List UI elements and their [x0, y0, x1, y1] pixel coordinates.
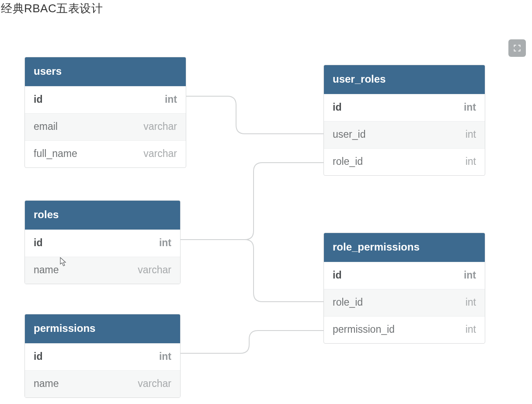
table-row: name varchar — [25, 370, 180, 397]
table-header: role_permissions — [324, 233, 485, 262]
table-role-permissions[interactable]: role_permissions id int role_id int perm… — [323, 233, 485, 344]
table-row: id int — [25, 86, 186, 113]
page-title: 经典RBAC五表设计 — [1, 1, 103, 16]
table-row: permission_id int — [324, 316, 485, 343]
column-name: role_id — [333, 156, 363, 167]
column-type: int — [466, 296, 476, 308]
column-type: varchar — [143, 148, 177, 160]
fullscreen-button[interactable] — [508, 39, 526, 57]
column-name: id — [333, 101, 341, 113]
table-row: role_id int — [324, 289, 485, 316]
column-type: int — [165, 94, 177, 105]
table-row: id int — [25, 230, 180, 257]
column-name: permission_id — [333, 324, 395, 335]
table-header: permissions — [25, 314, 180, 343]
table-row: user_id int — [324, 121, 485, 148]
table-user-roles[interactable]: user_roles id int user_id int role_id in… — [323, 65, 485, 176]
column-type: int — [464, 269, 476, 281]
column-name: full_name — [34, 148, 77, 160]
expand-icon — [513, 44, 522, 52]
column-name: email — [34, 121, 58, 132]
table-row: full_name varchar — [25, 140, 186, 167]
column-type: int — [464, 101, 476, 113]
column-name: id — [34, 94, 42, 105]
column-type: varchar — [138, 264, 171, 276]
table-roles[interactable]: roles id int name varchar — [24, 200, 181, 284]
column-name: user_id — [333, 129, 365, 140]
table-users[interactable]: users id int email varchar full_name var… — [24, 57, 186, 168]
table-row: id int — [324, 94, 485, 121]
table-row: id int — [324, 262, 485, 289]
column-type: int — [159, 351, 171, 362]
column-name: name — [34, 378, 59, 390]
table-row: email varchar — [25, 113, 186, 140]
column-type: varchar — [138, 378, 171, 390]
column-type: int — [466, 156, 476, 167]
column-type: int — [466, 129, 476, 140]
table-header: users — [25, 57, 186, 86]
table-row: name varchar — [25, 257, 180, 284]
column-name: name — [34, 264, 59, 276]
column-type: varchar — [143, 121, 177, 132]
column-type: int — [466, 324, 476, 335]
column-type: int — [159, 237, 171, 249]
column-name: id — [34, 351, 42, 362]
diagram-canvas: 经典RBAC五表设计 users id int email varchar fu… — [0, 0, 532, 404]
column-name: id — [34, 237, 42, 249]
table-row: role_id int — [324, 148, 485, 175]
column-name: role_id — [333, 296, 363, 308]
table-permissions[interactable]: permissions id int name varchar — [24, 314, 181, 398]
column-name: id — [333, 269, 341, 281]
table-row: id int — [25, 343, 180, 370]
table-header: user_roles — [324, 65, 485, 94]
table-header: roles — [25, 201, 180, 230]
